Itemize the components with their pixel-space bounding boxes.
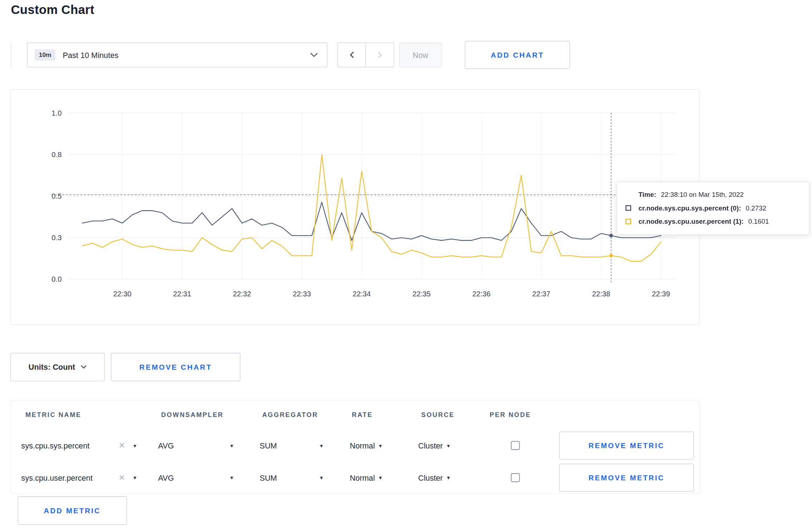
rate-select[interactable]: Normal ▾ (350, 462, 382, 494)
metric-name-value: sys.cpu.sys.percent (21, 441, 90, 450)
x-tick-label: 22:34 (353, 290, 371, 298)
y-tick-label: 0.5 (52, 192, 62, 200)
downsampler-value: AVG (158, 441, 174, 450)
time-step-controls (337, 43, 394, 67)
page-title: Custom Chart (11, 3, 94, 17)
crosshair (609, 113, 613, 284)
caret-down-icon: ▾ (379, 443, 382, 448)
time-forward-button[interactable] (366, 43, 395, 67)
remove-metric-button[interactable]: REMOVE METRIC (559, 432, 694, 460)
source-select[interactable]: Cluster ▾ (418, 462, 450, 494)
caret-down-icon: ▾ (134, 443, 136, 448)
chevron-down-icon (310, 53, 318, 57)
series-line (82, 155, 661, 261)
downsampler-select[interactable]: AVG ▾ (158, 429, 233, 462)
clear-metric-icon[interactable]: ✕ (119, 441, 125, 450)
series-lines (82, 155, 661, 261)
rate-select[interactable]: Normal ▾ (350, 429, 382, 462)
tooltip-series-row: cr.node.sys.cpu.user.percent (1): 0.1601 (625, 218, 801, 225)
header-per-node: PER NODE (490, 411, 531, 418)
header-downsampler: DOWNSAMPLER (161, 411, 223, 418)
caret-down-icon: ▾ (230, 443, 233, 448)
add-metric-button[interactable]: ADD METRIC (18, 496, 127, 525)
metric-row: sys.cpu.sys.percent ✕ ▾ AVG ▾ SUM ▾ Norm… (11, 429, 699, 462)
caret-down-icon: ▾ (447, 443, 450, 448)
x-tick-label: 22:33 (293, 290, 311, 298)
aggregator-select[interactable]: SUM ▾ (260, 462, 323, 494)
series-line (82, 202, 661, 241)
tooltip-series-value: 0.1601 (748, 218, 769, 225)
metrics-table: METRIC NAME DOWNSAMPLER AGGREGATOR RATE … (10, 400, 700, 494)
source-select[interactable]: Cluster ▾ (418, 429, 450, 462)
time-range-badge: 10m (35, 49, 55, 61)
metric-name-select[interactable]: sys.cpu.sys.percent ✕ ▾ (21, 429, 136, 462)
chevron-left-icon (348, 51, 354, 58)
tooltip-time-label: Time: (638, 191, 656, 199)
tooltip-series-value: 0.2732 (746, 204, 767, 212)
metric-name-value: sys.cpu.user.percent (21, 473, 92, 482)
y-tick-label: 0.3 (52, 234, 62, 242)
chevron-down-icon (81, 365, 87, 369)
chart-card: 22:3022:3122:3222:3322:3422:3522:3622:37… (10, 89, 700, 325)
toolbar-divider (11, 43, 11, 67)
metric-row: sys.cpu.user.percent ✕ ▾ AVG ▾ SUM ▾ Nor… (11, 462, 699, 494)
source-value: Cluster (418, 441, 443, 450)
hover-point (609, 254, 613, 257)
header-aggregator: AGGREGATOR (262, 411, 318, 418)
x-tick-label: 22:31 (173, 290, 191, 298)
remove-metric-button[interactable]: REMOVE METRIC (559, 464, 694, 491)
horizontal-gridlines (68, 113, 675, 280)
clear-metric-icon[interactable]: ✕ (119, 473, 125, 482)
units-label: Units: Count (29, 363, 75, 372)
custom-chart-page: Custom Chart 10m Past 10 Minutes Now ADD… (0, 0, 812, 529)
chevron-right-icon (377, 51, 383, 58)
tooltip-time-row: Time: 22:38:10 on Mar 15th, 2022 (625, 191, 801, 199)
rate-value: Normal (350, 441, 375, 450)
x-tick-label: 22:30 (113, 290, 131, 298)
y-tick-label: 0.0 (52, 275, 62, 283)
rate-value: Normal (350, 473, 375, 482)
y-tick-label: 1.0 (52, 109, 62, 117)
add-chart-button[interactable]: ADD CHART (465, 41, 570, 69)
units-dropdown[interactable]: Units: Count (10, 353, 105, 382)
time-range-label: Past 10 Minutes (63, 50, 119, 59)
user-series-swatch-icon (625, 219, 631, 224)
source-value: Cluster (418, 473, 443, 482)
x-tick-label: 22:35 (412, 290, 431, 298)
metrics-table-header: METRIC NAME DOWNSAMPLER AGGREGATOR RATE … (11, 401, 699, 429)
chart-tooltip: Time: 22:38:10 on Mar 15th, 2022 cr.node… (617, 182, 809, 235)
sys-series-swatch-icon (625, 205, 631, 211)
hover-point (609, 234, 613, 237)
tooltip-series-label: cr.node.sys.cpu.sys.percent (0): (638, 204, 741, 212)
caret-down-icon: ▾ (230, 475, 233, 481)
aggregator-value: SUM (260, 473, 277, 482)
caret-down-icon: ▾ (447, 475, 450, 481)
aggregator-select[interactable]: SUM ▾ (260, 429, 323, 462)
x-tick-label: 22:39 (652, 290, 670, 298)
now-button[interactable]: Now (399, 43, 442, 67)
metric-name-select[interactable]: sys.cpu.user.percent ✕ ▾ (21, 462, 136, 494)
tooltip-time-value: 22:38:10 on Mar 15th, 2022 (661, 191, 744, 199)
y-tick-label: 0.8 (52, 151, 62, 159)
header-source: SOURCE (421, 411, 455, 418)
per-node-checkbox[interactable] (511, 441, 520, 450)
header-rate: RATE (352, 411, 373, 418)
caret-down-icon: ▾ (379, 475, 382, 481)
caret-down-icon: ▾ (320, 475, 323, 481)
x-tick-label: 22:36 (472, 290, 490, 298)
header-metric-name: METRIC NAME (25, 411, 81, 418)
per-node-checkbox[interactable] (511, 473, 520, 482)
x-tick-label: 22:37 (532, 290, 550, 298)
tooltip-series-label: cr.node.sys.cpu.user.percent (1): (638, 218, 744, 225)
x-tick-label: 22:38 (592, 290, 610, 298)
downsampler-select[interactable]: AVG ▾ (158, 462, 233, 494)
chart-svg[interactable]: 22:3022:3122:3222:3322:3422:3522:3622:37… (11, 89, 699, 324)
downsampler-value: AVG (158, 473, 174, 482)
x-tick-label: 22:32 (233, 290, 251, 298)
aggregator-value: SUM (260, 441, 277, 450)
caret-down-icon: ▾ (320, 443, 323, 448)
axis-labels: 22:3022:3122:3222:3322:3422:3522:3622:37… (52, 109, 670, 298)
remove-chart-button[interactable]: REMOVE CHART (111, 353, 241, 382)
time-range-dropdown[interactable]: 10m Past 10 Minutes (27, 43, 327, 67)
time-back-button[interactable] (337, 43, 366, 67)
